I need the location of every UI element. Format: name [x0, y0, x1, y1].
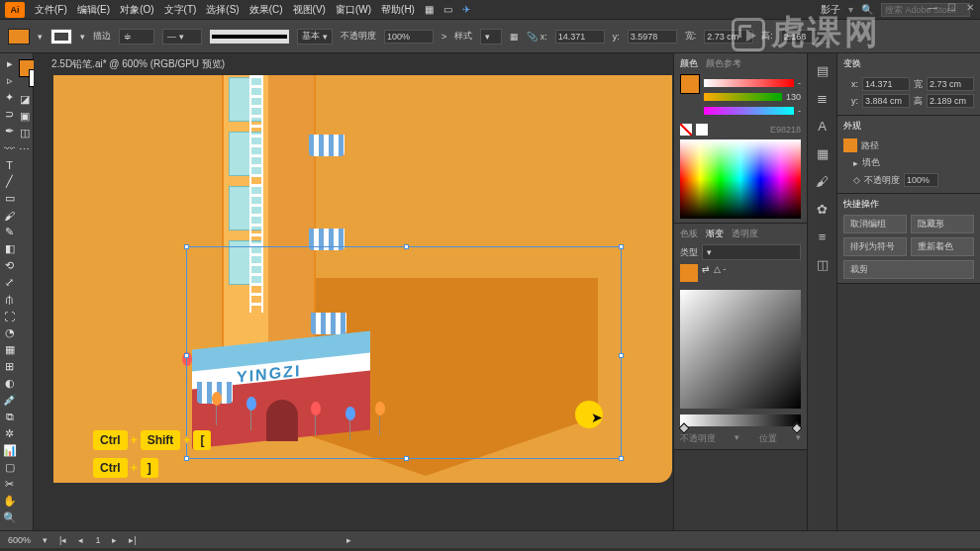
- crop-button[interactable]: 裁剪: [843, 260, 974, 279]
- hide-button[interactable]: 隐藏形: [911, 215, 974, 233]
- nav-prev-icon[interactable]: ◂: [78, 535, 83, 545]
- menu-effect[interactable]: 效果(C): [249, 3, 283, 17]
- hand-tool[interactable]: ✋: [2, 493, 17, 509]
- pathfinder-icon[interactable]: ◫: [814, 255, 832, 273]
- vsp-dropdown[interactable]: — ▾: [162, 29, 202, 45]
- color-mode[interactable]: ◪: [17, 91, 32, 108]
- curvature-tool[interactable]: 〰: [2, 139, 17, 156]
- type-tool[interactable]: T: [2, 156, 17, 173]
- tab-transform[interactable]: 变换: [843, 57, 861, 70]
- menu-file[interactable]: 文件(F): [35, 3, 67, 17]
- gradient-slider[interactable]: [680, 414, 801, 426]
- appearance-panel[interactable]: 外观 路径 ▸填色 ◇不透明度: [837, 116, 980, 194]
- layers-icon[interactable]: ≣: [814, 89, 832, 107]
- lasso-tool[interactable]: ⊃: [2, 106, 17, 123]
- tab-color[interactable]: 颜色: [680, 57, 698, 70]
- nav-next-icon[interactable]: ▸: [112, 535, 117, 545]
- free-transform-tool[interactable]: ⛶: [2, 308, 17, 324]
- artboard-tool[interactable]: ▢: [2, 459, 17, 476]
- perspective-tool[interactable]: ▦: [2, 341, 17, 358]
- nav-first-icon[interactable]: |◂: [59, 535, 66, 545]
- none-swatch[interactable]: [680, 124, 692, 136]
- reverse-gradient-icon[interactable]: ⇄: [702, 264, 710, 282]
- rectangle-tool[interactable]: ▭: [2, 190, 17, 207]
- eyedropper-tool[interactable]: 💉: [2, 392, 17, 409]
- minimize-icon[interactable]: —: [928, 2, 937, 13]
- color-panel[interactable]: 颜色颜色参考 - 130 - E98218: [674, 53, 807, 224]
- properties-icon[interactable]: ▤: [814, 61, 832, 79]
- stroke-swatch[interactable]: [50, 29, 72, 45]
- line-tool[interactable]: ╱: [2, 173, 17, 190]
- appearance-swatch[interactable]: [843, 138, 857, 152]
- menu-view[interactable]: 视图(V): [293, 3, 326, 17]
- graph-tool[interactable]: 📊: [2, 442, 17, 459]
- opacity-input[interactable]: [384, 30, 434, 44]
- screen-mode[interactable]: ▣: [17, 108, 32, 125]
- slice-tool[interactable]: ✂: [2, 476, 17, 493]
- maximize-icon[interactable]: ☐: [947, 2, 956, 13]
- eraser-tool[interactable]: ◧: [2, 240, 17, 257]
- white-swatch[interactable]: [696, 124, 708, 136]
- zoom-tool[interactable]: 🔍: [2, 509, 17, 526]
- blend-tool[interactable]: ⧉: [2, 409, 17, 425]
- search-icon[interactable]: 🔍: [861, 4, 873, 15]
- swatches-icon[interactable]: ▦: [814, 144, 832, 162]
- color-proxy-fill[interactable]: [680, 74, 700, 94]
- bridge-icon[interactable]: ▦: [425, 4, 434, 15]
- recolor-button[interactable]: 重新着色: [911, 237, 974, 256]
- stroke-weight-input[interactable]: ≑: [119, 29, 154, 45]
- share-icon[interactable]: ✈: [462, 4, 470, 15]
- th-input[interactable]: [927, 94, 974, 108]
- draw-mode[interactable]: ◫: [17, 125, 32, 141]
- magic-wand-tool[interactable]: ✦: [2, 89, 17, 106]
- menu-select[interactable]: 选择(S): [206, 3, 239, 17]
- tab-quick-actions[interactable]: 快捷操作: [843, 198, 879, 211]
- arrange-icon[interactable]: ▭: [443, 4, 452, 15]
- color-spectrum[interactable]: [680, 139, 801, 219]
- direct-selection-tool[interactable]: ▹: [2, 72, 17, 89]
- style-dropdown[interactable]: ▾: [480, 29, 502, 45]
- pen-tool[interactable]: ✒: [2, 123, 17, 139]
- brush-tool[interactable]: 🖌: [2, 207, 17, 224]
- tab-color-guide[interactable]: 颜色参考: [706, 57, 741, 70]
- document-tab[interactable]: 2.5D铅笔.ai* @ 600% (RGB/GPU 预览): [44, 53, 233, 75]
- reference-point[interactable]: [843, 82, 845, 104]
- tx-input[interactable]: [862, 77, 910, 91]
- tab-swatches[interactable]: 色板: [680, 228, 698, 240]
- brushes-icon[interactable]: 🖌: [814, 172, 832, 190]
- ty-input[interactable]: [862, 94, 910, 108]
- appearance-opacity-input[interactable]: [904, 173, 938, 187]
- artboard[interactable]: YINGZI ➤: [53, 75, 672, 483]
- h-input[interactable]: [781, 30, 831, 44]
- align-icon[interactable]: ▦: [510, 32, 519, 42]
- symbol-sprayer-tool[interactable]: ✲: [2, 425, 17, 442]
- menu-window[interactable]: 窗口(W): [336, 3, 371, 17]
- symbols-icon[interactable]: ✿: [814, 200, 832, 218]
- quick-actions-panel[interactable]: 快捷操作 取消编组 隐藏形 排列为符号 重新着色 裁剪: [837, 194, 980, 284]
- ungroup-button[interactable]: 取消编组: [843, 215, 907, 233]
- shape-builder-tool[interactable]: ◔: [2, 324, 17, 341]
- gradient-proxy[interactable]: [680, 264, 698, 282]
- menu-type[interactable]: 文字(T): [164, 3, 197, 17]
- tab-gradient[interactable]: 渐变: [706, 228, 724, 240]
- width-tool[interactable]: ⫛: [2, 291, 17, 308]
- align-icon2[interactable]: ≡: [814, 228, 832, 245]
- y-input[interactable]: [628, 30, 677, 44]
- brush-preview[interactable]: [210, 30, 289, 44]
- tab-transparency[interactable]: 透明度: [732, 228, 758, 240]
- scale-tool[interactable]: ⤢: [2, 274, 17, 291]
- w-input[interactable]: [704, 30, 753, 44]
- tab-appearance[interactable]: 外观: [843, 120, 861, 133]
- menu-edit[interactable]: 编辑(E): [77, 3, 110, 17]
- fill-swatch[interactable]: [8, 29, 30, 45]
- gradient-tool[interactable]: ◐: [2, 375, 17, 392]
- type-icon[interactable]: A: [814, 117, 832, 135]
- edit-toolbar[interactable]: ⋯: [17, 141, 32, 158]
- transform-panel[interactable]: 变换 x:宽 y:高: [837, 53, 980, 116]
- menu-help[interactable]: 帮助(H): [381, 3, 415, 17]
- close-icon[interactable]: ✕: [966, 2, 974, 13]
- shaper-tool[interactable]: ✎: [2, 224, 17, 240]
- save-symbol-button[interactable]: 排列为符号: [843, 237, 907, 256]
- gradient-panel[interactable]: 色板渐变透明度 类型▾ ⇄ △ - 不透明度▾ 位置▾: [674, 224, 807, 450]
- gradient-preview[interactable]: [680, 290, 801, 409]
